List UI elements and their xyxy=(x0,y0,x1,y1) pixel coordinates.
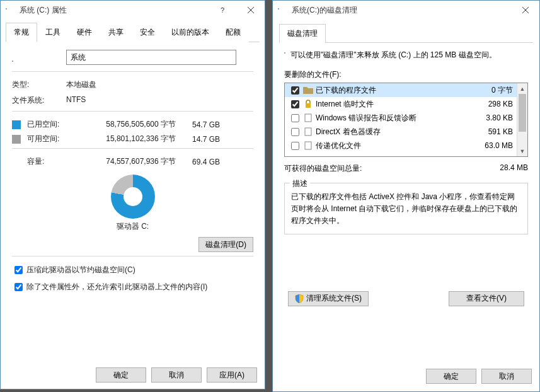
drive-icon xyxy=(278,5,288,15)
tab-disk-cleanup[interactable]: 磁盘清理 xyxy=(279,24,326,43)
file-size: 0 字节 xyxy=(469,85,513,96)
file-size: 3.80 KB xyxy=(469,113,513,122)
file-icon xyxy=(303,99,313,109)
file-icon xyxy=(303,141,313,151)
clean-system-files-button[interactable]: 清理系统文件(S) xyxy=(288,291,369,306)
usage-donut xyxy=(111,175,155,219)
index-label: 除了文件属性外，还允许索引此驱动器上文件的内容(I) xyxy=(26,282,207,292)
file-size: 591 KB xyxy=(469,127,513,136)
description-legend: 描述 xyxy=(290,178,310,189)
drive-icon xyxy=(6,5,16,15)
file-checkbox[interactable] xyxy=(291,86,299,95)
tab-general[interactable]: 常规 xyxy=(6,23,37,42)
used-bytes: 58,756,505,600 字节 xyxy=(81,119,176,130)
scrollbar[interactable]: ▲ ▼ xyxy=(517,83,527,156)
disk-cleanup-button[interactable]: 磁盘清理(D) xyxy=(198,237,253,252)
tabs: 磁盘清理 xyxy=(279,23,533,43)
scroll-up[interactable]: ▲ xyxy=(517,83,527,94)
file-checkbox[interactable] xyxy=(291,100,299,108)
file-row[interactable]: Internet 临时文件298 KB xyxy=(285,97,517,111)
cap-bytes: 74,557,607,936 字节 xyxy=(81,156,176,167)
file-name: 传递优化文件 xyxy=(316,141,469,151)
file-checkbox[interactable] xyxy=(291,128,299,136)
file-name: 已下载的程序文件 xyxy=(316,85,469,96)
type-value: 本地磁盘 xyxy=(66,79,96,90)
clean-system-files-label: 清理系统文件(S) xyxy=(306,293,362,304)
used-gb: 54.7 GB xyxy=(176,120,220,129)
help-button[interactable]: ? xyxy=(208,1,236,20)
index-checkbox-row[interactable]: 除了文件属性外，还允许索引此驱动器上文件的内容(I) xyxy=(12,281,253,293)
svg-text:?: ? xyxy=(221,7,224,13)
fs-value: NTFS xyxy=(66,95,86,106)
tab-prev[interactable]: 以前的版本 xyxy=(163,23,217,42)
window-title: 系统 (C:) 属性 xyxy=(20,5,208,16)
cap-gb: 69.4 GB xyxy=(176,158,220,166)
titlebar[interactable]: 系统 (C:) 属性 ? xyxy=(1,1,265,20)
fs-label: 文件系统: xyxy=(12,95,66,106)
file-name: DirectX 着色器缓存 xyxy=(316,127,469,137)
file-name: Windows 错误报告和反馈诊断 xyxy=(316,113,469,124)
total-value: 28.4 MB xyxy=(500,163,528,174)
cancel-button[interactable]: 取消 xyxy=(481,369,532,384)
file-row[interactable]: 传递优化文件63.0 MB xyxy=(285,139,517,153)
tab-security[interactable]: 安全 xyxy=(132,23,163,42)
tab-quota[interactable]: 配额 xyxy=(217,23,249,42)
tab-hardware[interactable]: 硬件 xyxy=(69,23,100,42)
type-label: 类型: xyxy=(12,79,66,90)
dialog-footer: 确定 取消 应用(A) xyxy=(1,361,265,389)
close-button[interactable] xyxy=(236,1,265,20)
svg-rect-5 xyxy=(306,103,311,108)
tabs: 常规 工具 硬件 共享 安全 以前的版本 配额 xyxy=(6,22,260,42)
cancel-button[interactable]: 取消 xyxy=(151,367,202,383)
used-swatch xyxy=(12,120,21,129)
used-label: 已用空间: xyxy=(27,119,81,130)
free-swatch xyxy=(12,135,21,144)
description-text: 已下载的程序文件包括 ActiveX 控件和 Java 小程序，你查看特定网页时… xyxy=(291,191,521,228)
file-checkbox[interactable] xyxy=(291,114,299,122)
tab-share[interactable]: 共享 xyxy=(100,23,132,42)
file-row[interactable]: DirectX 着色器缓存591 KB xyxy=(285,125,517,139)
compress-checkbox-row[interactable]: 压缩此驱动器以节约磁盘空间(C) xyxy=(12,264,253,276)
ok-button[interactable]: 确定 xyxy=(426,369,476,384)
shield-icon xyxy=(295,294,304,303)
file-size: 298 KB xyxy=(469,100,513,108)
svg-rect-7 xyxy=(305,128,311,135)
cleanup-window: 系统(C:)的磁盘清理 磁盘清理 可以使用"磁盘清理"来释放 系统 (C:) 上… xyxy=(272,0,540,392)
drive-name-input[interactable] xyxy=(66,50,236,65)
compress-checkbox[interactable] xyxy=(14,266,23,274)
window-title: 系统(C:)的磁盘清理 xyxy=(292,5,511,16)
scroll-thumb[interactable] xyxy=(519,94,526,132)
list-label: 要删除的文件(F): xyxy=(284,69,528,80)
file-list: 已下载的程序文件0 字节Internet 临时文件298 KBWindows 错… xyxy=(284,83,528,157)
file-name: Internet 临时文件 xyxy=(316,99,469,110)
free-gb: 14.7 GB xyxy=(176,135,220,144)
intro-text: 可以使用"磁盘清理"来释放 系统 (C:) 上的 125 MB 磁盘空间。 xyxy=(290,49,528,61)
file-row[interactable]: 已下载的程序文件0 字节 xyxy=(285,83,517,97)
cleanup-body: 可以使用"磁盘清理"来释放 系统 (C:) 上的 125 MB 磁盘空间。 要删… xyxy=(273,43,539,361)
svg-rect-8 xyxy=(305,142,311,149)
file-row[interactable]: Windows 错误报告和反馈诊断3.80 KB xyxy=(285,111,517,125)
file-icon xyxy=(303,113,313,123)
free-label: 可用空间: xyxy=(27,134,81,144)
properties-window: 系统 (C:) 属性 ? 常规 工具 硬件 共享 安全 以前的版本 配额 类型:… xyxy=(0,0,265,389)
file-icon xyxy=(303,85,313,95)
properties-body: 类型:本地磁盘 文件系统:NTFS 已用空间: 58,756,505,600 字… xyxy=(1,42,265,361)
description-group: 描述 已下载的程序文件包括 ActiveX 控件和 Java 小程序，你查看特定… xyxy=(284,183,528,234)
view-files-button[interactable]: 查看文件(V) xyxy=(449,291,524,306)
ok-button[interactable]: 确定 xyxy=(96,367,146,383)
drive-caption: 驱动器 C: xyxy=(12,221,253,232)
tab-tools[interactable]: 工具 xyxy=(37,23,69,42)
total-label: 可获得的磁盘空间总量: xyxy=(284,163,500,174)
apply-button[interactable]: 应用(A) xyxy=(207,367,257,383)
index-checkbox[interactable] xyxy=(14,283,23,291)
file-size: 63.0 MB xyxy=(469,141,513,150)
free-bytes: 15,801,102,336 字节 xyxy=(81,134,176,144)
dialog-footer: 确定 取消 xyxy=(273,361,539,391)
compress-label: 压缩此驱动器以节约磁盘空间(C) xyxy=(26,265,135,275)
close-button[interactable] xyxy=(511,1,539,20)
file-icon xyxy=(303,127,313,137)
file-checkbox[interactable] xyxy=(291,142,299,150)
scroll-down[interactable]: ▼ xyxy=(517,146,527,156)
titlebar[interactable]: 系统(C:)的磁盘清理 xyxy=(273,1,539,20)
cap-label: 容量: xyxy=(27,156,81,167)
